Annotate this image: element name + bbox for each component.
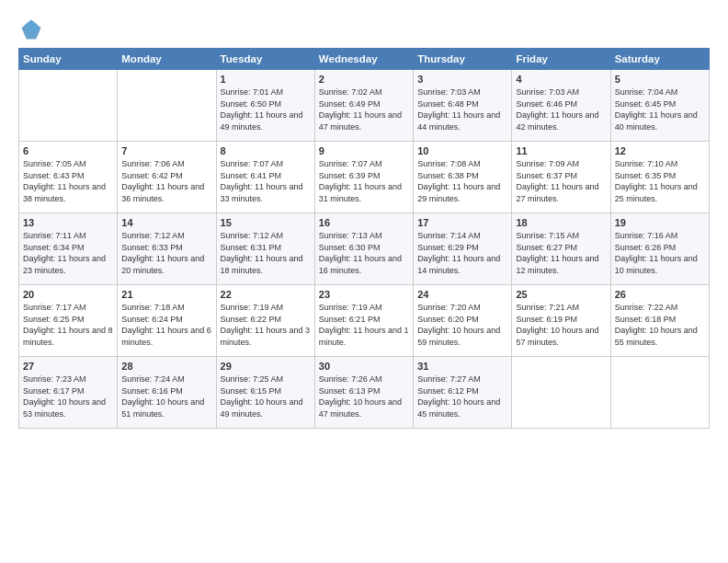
day-info: Sunrise: 7:16 AM Sunset: 6:26 PM Dayligh… xyxy=(615,230,705,276)
day-number: 11 xyxy=(516,145,606,156)
day-number: 10 xyxy=(417,145,507,156)
calendar-cell: 4Sunrise: 7:03 AM Sunset: 6:46 PM Daylig… xyxy=(512,70,610,142)
day-info: Sunrise: 7:09 AM Sunset: 6:37 PM Dayligh… xyxy=(516,158,606,204)
day-number: 5 xyxy=(615,74,705,85)
day-number: 13 xyxy=(23,217,113,228)
calendar-cell xyxy=(19,70,118,142)
calendar-cell: 22Sunrise: 7:19 AM Sunset: 6:22 PM Dayli… xyxy=(216,285,314,357)
day-info: Sunrise: 7:10 AM Sunset: 6:35 PM Dayligh… xyxy=(615,158,705,204)
calendar-cell: 11Sunrise: 7:09 AM Sunset: 6:37 PM Dayli… xyxy=(512,142,610,213)
calendar-cell: 5Sunrise: 7:04 AM Sunset: 6:45 PM Daylig… xyxy=(610,70,709,142)
day-info: Sunrise: 7:27 AM Sunset: 6:12 PM Dayligh… xyxy=(417,373,507,419)
calendar-cell: 20Sunrise: 7:17 AM Sunset: 6:25 PM Dayli… xyxy=(19,285,118,357)
calendar-cell: 30Sunrise: 7:26 AM Sunset: 6:13 PM Dayli… xyxy=(314,357,413,429)
logo xyxy=(18,17,48,42)
day-info: Sunrise: 7:01 AM Sunset: 6:50 PM Dayligh… xyxy=(221,86,311,132)
day-info: Sunrise: 7:06 AM Sunset: 6:42 PM Dayligh… xyxy=(121,158,211,204)
day-info: Sunrise: 7:26 AM Sunset: 6:13 PM Dayligh… xyxy=(319,373,409,419)
calendar-cell: 26Sunrise: 7:22 AM Sunset: 6:18 PM Dayli… xyxy=(610,285,709,357)
calendar-cell: 27Sunrise: 7:23 AM Sunset: 6:17 PM Dayli… xyxy=(19,357,118,429)
calendar-week-2: 6Sunrise: 7:05 AM Sunset: 6:43 PM Daylig… xyxy=(19,142,710,213)
day-number: 7 xyxy=(121,145,211,156)
day-number: 28 xyxy=(121,361,211,372)
day-info: Sunrise: 7:08 AM Sunset: 6:38 PM Dayligh… xyxy=(417,158,507,204)
day-number: 6 xyxy=(23,145,113,156)
day-number: 2 xyxy=(319,74,409,85)
weekday-header-saturday: Saturday xyxy=(610,49,709,70)
calendar-cell: 17Sunrise: 7:14 AM Sunset: 6:29 PM Dayli… xyxy=(414,213,512,285)
day-number: 31 xyxy=(417,361,507,372)
calendar-cell: 9Sunrise: 7:07 AM Sunset: 6:39 PM Daylig… xyxy=(314,142,413,213)
day-info: Sunrise: 7:02 AM Sunset: 6:49 PM Dayligh… xyxy=(319,86,409,132)
day-info: Sunrise: 7:12 AM Sunset: 6:33 PM Dayligh… xyxy=(121,230,211,276)
calendar-cell: 28Sunrise: 7:24 AM Sunset: 6:16 PM Dayli… xyxy=(118,357,216,429)
weekday-header-wednesday: Wednesday xyxy=(314,49,413,70)
day-number: 22 xyxy=(221,289,311,300)
day-number: 19 xyxy=(615,217,705,228)
day-info: Sunrise: 7:25 AM Sunset: 6:15 PM Dayligh… xyxy=(221,373,311,419)
day-info: Sunrise: 7:07 AM Sunset: 6:39 PM Dayligh… xyxy=(319,158,409,204)
day-number: 3 xyxy=(417,74,507,85)
calendar-week-3: 13Sunrise: 7:11 AM Sunset: 6:34 PM Dayli… xyxy=(19,213,710,285)
calendar-cell: 14Sunrise: 7:12 AM Sunset: 6:33 PM Dayli… xyxy=(118,213,216,285)
day-number: 23 xyxy=(319,289,409,300)
calendar-cell: 13Sunrise: 7:11 AM Sunset: 6:34 PM Dayli… xyxy=(19,213,118,285)
day-number: 30 xyxy=(319,361,409,372)
header xyxy=(18,17,710,42)
weekday-header-row: SundayMondayTuesdayWednesdayThursdayFrid… xyxy=(19,49,710,70)
calendar-cell: 7Sunrise: 7:06 AM Sunset: 6:42 PM Daylig… xyxy=(118,142,216,213)
weekday-header-thursday: Thursday xyxy=(414,49,512,70)
day-number: 9 xyxy=(319,145,409,156)
calendar-cell: 10Sunrise: 7:08 AM Sunset: 6:38 PM Dayli… xyxy=(414,142,512,213)
calendar-body: 1Sunrise: 7:01 AM Sunset: 6:50 PM Daylig… xyxy=(19,70,710,429)
day-number: 1 xyxy=(221,74,311,85)
calendar-cell: 2Sunrise: 7:02 AM Sunset: 6:49 PM Daylig… xyxy=(314,70,413,142)
day-number: 20 xyxy=(23,289,113,300)
day-info: Sunrise: 7:11 AM Sunset: 6:34 PM Dayligh… xyxy=(23,230,113,276)
day-number: 25 xyxy=(516,289,606,300)
day-info: Sunrise: 7:14 AM Sunset: 6:29 PM Dayligh… xyxy=(417,230,507,276)
day-number: 24 xyxy=(417,289,507,300)
day-info: Sunrise: 7:21 AM Sunset: 6:19 PM Dayligh… xyxy=(516,302,606,348)
day-info: Sunrise: 7:07 AM Sunset: 6:41 PM Dayligh… xyxy=(221,158,311,204)
day-number: 14 xyxy=(121,217,211,228)
page: SundayMondayTuesdayWednesdayThursdayFrid… xyxy=(0,0,728,438)
day-number: 12 xyxy=(615,145,705,156)
day-info: Sunrise: 7:12 AM Sunset: 6:31 PM Dayligh… xyxy=(221,230,311,276)
calendar-week-5: 27Sunrise: 7:23 AM Sunset: 6:17 PM Dayli… xyxy=(19,357,710,429)
calendar-cell xyxy=(512,357,610,429)
day-number: 17 xyxy=(417,217,507,228)
calendar-cell: 21Sunrise: 7:18 AM Sunset: 6:24 PM Dayli… xyxy=(118,285,216,357)
calendar-cell xyxy=(118,70,216,142)
day-info: Sunrise: 7:19 AM Sunset: 6:21 PM Dayligh… xyxy=(319,302,409,348)
calendar-week-1: 1Sunrise: 7:01 AM Sunset: 6:50 PM Daylig… xyxy=(19,70,710,142)
calendar-cell: 6Sunrise: 7:05 AM Sunset: 6:43 PM Daylig… xyxy=(19,142,118,213)
calendar-cell: 23Sunrise: 7:19 AM Sunset: 6:21 PM Dayli… xyxy=(314,285,413,357)
calendar-cell: 8Sunrise: 7:07 AM Sunset: 6:41 PM Daylig… xyxy=(216,142,314,213)
day-info: Sunrise: 7:18 AM Sunset: 6:24 PM Dayligh… xyxy=(121,302,211,348)
day-number: 29 xyxy=(221,361,311,372)
day-info: Sunrise: 7:24 AM Sunset: 6:16 PM Dayligh… xyxy=(121,373,211,419)
day-info: Sunrise: 7:03 AM Sunset: 6:48 PM Dayligh… xyxy=(417,86,507,132)
calendar-cell: 31Sunrise: 7:27 AM Sunset: 6:12 PM Dayli… xyxy=(414,357,512,429)
day-info: Sunrise: 7:13 AM Sunset: 6:30 PM Dayligh… xyxy=(319,230,409,276)
calendar-cell: 25Sunrise: 7:21 AM Sunset: 6:19 PM Dayli… xyxy=(512,285,610,357)
day-info: Sunrise: 7:03 AM Sunset: 6:46 PM Dayligh… xyxy=(516,86,606,132)
day-info: Sunrise: 7:19 AM Sunset: 6:22 PM Dayligh… xyxy=(221,302,311,348)
calendar-week-4: 20Sunrise: 7:17 AM Sunset: 6:25 PM Dayli… xyxy=(19,285,710,357)
weekday-header-tuesday: Tuesday xyxy=(216,49,314,70)
day-number: 18 xyxy=(516,217,606,228)
calendar-cell: 15Sunrise: 7:12 AM Sunset: 6:31 PM Dayli… xyxy=(216,213,314,285)
day-number: 15 xyxy=(221,217,311,228)
day-info: Sunrise: 7:15 AM Sunset: 6:27 PM Dayligh… xyxy=(516,230,606,276)
day-number: 26 xyxy=(615,289,705,300)
day-number: 21 xyxy=(121,289,211,300)
day-number: 27 xyxy=(23,361,113,372)
calendar-cell: 18Sunrise: 7:15 AM Sunset: 6:27 PM Dayli… xyxy=(512,213,610,285)
day-info: Sunrise: 7:22 AM Sunset: 6:18 PM Dayligh… xyxy=(615,302,705,348)
day-info: Sunrise: 7:04 AM Sunset: 6:45 PM Dayligh… xyxy=(615,86,705,132)
day-info: Sunrise: 7:20 AM Sunset: 6:20 PM Dayligh… xyxy=(417,302,507,348)
calendar-cell: 29Sunrise: 7:25 AM Sunset: 6:15 PM Dayli… xyxy=(216,357,314,429)
weekday-header-monday: Monday xyxy=(118,49,216,70)
calendar-table: SundayMondayTuesdayWednesdayThursdayFrid… xyxy=(18,48,710,429)
